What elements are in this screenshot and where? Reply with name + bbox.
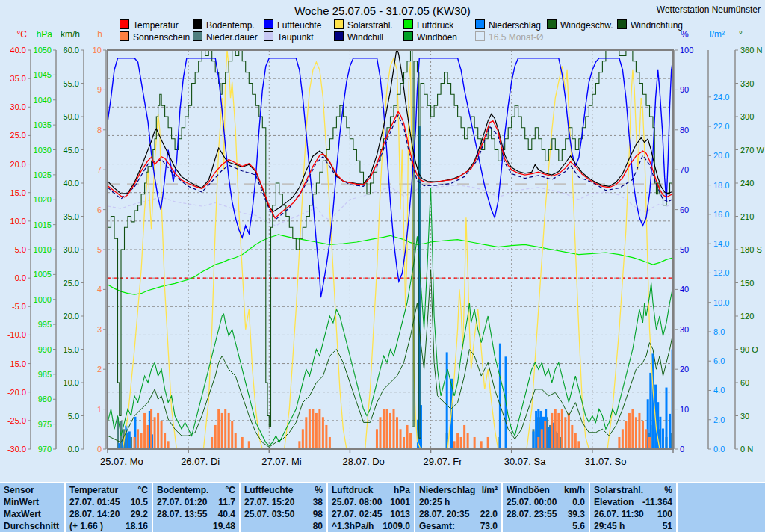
max-value: 98: [313, 508, 323, 520]
svg-text:1010: 1010: [34, 245, 52, 254]
avg-time: (+ 1.66 ): [69, 520, 103, 532]
svg-text:0: 0: [97, 445, 102, 454]
svg-text:2.0: 2.0: [713, 415, 725, 424]
svg-text:5.0: 5.0: [15, 245, 26, 254]
svg-text:55.0: 55.0: [64, 79, 79, 88]
x-axis: 25.07. Mo26.07. Di27.07. Mi28.07. Do29.0…: [100, 449, 673, 467]
svg-text:985: 985: [38, 370, 52, 379]
svg-text:1015: 1015: [34, 220, 52, 229]
svg-text:1030: 1030: [34, 146, 52, 155]
stats-col-bodentemp: Bodentemp.°C27.07. 01:2011.728.07. 13:55…: [153, 483, 241, 532]
svg-text:20: 20: [680, 365, 689, 374]
svg-text:60: 60: [740, 378, 749, 387]
svg-text:20.0: 20.0: [713, 151, 729, 160]
stats-avg-row: Gesamt:73.0: [419, 520, 498, 532]
axis-temp: -30.0-25.0-20.0-15.0-10.0-5.00.05.010.01…: [7, 46, 31, 454]
svg-text:20.0: 20.0: [64, 312, 79, 321]
stats-min-row: 25.07. 08:001001: [332, 496, 410, 508]
max-time: 28.07. 14:20: [69, 508, 120, 520]
min-time: 27.07. 15:20: [244, 496, 294, 508]
svg-text:-20.0: -20.0: [7, 388, 26, 397]
svg-text:1005: 1005: [34, 270, 52, 279]
series-solarstrahl: [123, 50, 673, 449]
svg-text:25.0: 25.0: [64, 279, 79, 288]
svg-text:90 O: 90 O: [740, 345, 758, 354]
svg-text:1050: 1050: [34, 46, 52, 55]
svg-text:270 W: 270 W: [740, 146, 764, 155]
svg-text:22.0: 22.0: [713, 122, 729, 131]
series-luftdruck: [108, 235, 673, 294]
svg-text:8.0: 8.0: [713, 327, 725, 336]
max-time: 28.07. 23:55: [507, 508, 557, 520]
stats-row-labels: SensorMinWertMaxWertDurchschnitt: [0, 483, 66, 532]
avg-value: 1009.0: [382, 520, 410, 532]
svg-text:995: 995: [38, 320, 52, 329]
gridlines: [108, 50, 673, 449]
svg-text:30: 30: [740, 412, 749, 421]
stats-col-header: Solarstrahl.%: [594, 484, 672, 496]
axis-header: %: [681, 29, 689, 40]
svg-text:970: 970: [38, 445, 52, 454]
sensor-unit: l/m²: [482, 484, 498, 496]
axis-deg: 360 N330300270 W240210180 S15012090 O603…: [735, 46, 764, 454]
stats-min-row: 25.07. 00:000.0: [507, 496, 585, 508]
svg-text:990: 990: [38, 345, 52, 354]
svg-text:300: 300: [740, 112, 754, 121]
stats-table: SensorMinWertMaxWertDurchschnittTemperat…: [0, 482, 765, 532]
svg-text:1000: 1000: [34, 295, 52, 304]
min-time: Elevation: [594, 496, 634, 508]
avg-value: 80: [313, 520, 323, 532]
svg-text:25.0: 25.0: [10, 131, 26, 140]
svg-text:40.0: 40.0: [64, 179, 79, 188]
series-windrichtung: [108, 50, 673, 438]
bars-sonnenschein: [134, 409, 651, 449]
stats-row-label: Durchschnitt: [4, 520, 61, 532]
svg-text:80: 80: [680, 126, 689, 134]
svg-text:0 N: 0 N: [740, 445, 753, 454]
min-value: -11.364: [642, 496, 672, 508]
svg-text:10.0: 10.0: [64, 378, 79, 387]
axis-header: km/h: [61, 29, 80, 40]
label-text: MinWert: [4, 496, 39, 508]
axis-pct: 0102030405060708090100: [675, 46, 693, 454]
svg-text:120: 120: [740, 312, 754, 321]
stats-avg-row: 5.6: [507, 520, 585, 532]
svg-text:30.0: 30.0: [64, 245, 79, 254]
svg-text:30.0: 30.0: [10, 102, 26, 111]
svg-text:150: 150: [740, 279, 754, 288]
sensor-unit: °C: [138, 484, 148, 496]
max-time: 27.07. 02:45: [332, 508, 382, 520]
svg-text:2: 2: [97, 365, 102, 374]
stats-empty: [678, 483, 762, 532]
svg-text:30: 30: [680, 325, 689, 334]
stats-col-header: Windböenkm/h: [507, 484, 585, 496]
x-day-label: 26.07. Di: [181, 456, 220, 467]
svg-text:90: 90: [680, 85, 689, 94]
svg-text:1035: 1035: [34, 120, 52, 129]
avg-value: 19.48: [213, 520, 235, 532]
avg-time: 29:45 h: [594, 520, 625, 532]
max-value: 1013: [390, 508, 410, 520]
series-windben: [108, 188, 673, 445]
svg-text:0.0: 0.0: [68, 445, 79, 454]
min-time: 27.07. 01:45: [69, 496, 120, 508]
svg-text:-5.0: -5.0: [12, 302, 26, 311]
max-time: 28.07. 13:55: [157, 508, 207, 520]
stats-avg-row: 19.48: [157, 520, 235, 532]
x-day-label: 25.07. Mo: [100, 456, 143, 467]
avg-value: 5.6: [572, 520, 585, 532]
stats-col-luftfeuchte: Luftfeuchte%27.07. 15:203825.07. 03:5098…: [241, 483, 328, 532]
svg-text:4: 4: [97, 285, 102, 294]
stats-max-row: 26.07. 11:30100: [594, 508, 672, 520]
svg-text:10: 10: [680, 405, 689, 414]
stats-row-label: MaxWert: [4, 508, 61, 520]
sensor-unit: %: [315, 484, 323, 496]
min-time: 27.07. 01:20: [157, 496, 207, 508]
stats-max-row: 25.07. 03:5098: [244, 508, 323, 520]
max-value: 100: [657, 508, 672, 520]
svg-text:20.0: 20.0: [10, 160, 26, 169]
svg-text:70: 70: [680, 165, 689, 174]
svg-text:6.0: 6.0: [713, 356, 725, 365]
svg-text:50.0: 50.0: [64, 112, 79, 121]
stats-avg-row: 29:45 h51: [594, 520, 672, 532]
